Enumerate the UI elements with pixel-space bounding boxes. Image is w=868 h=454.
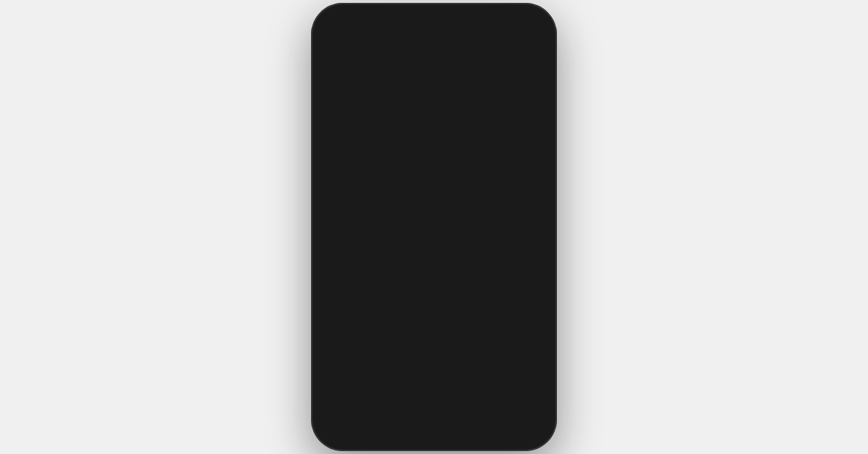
popup-subtitle: i Based on info from the business or our… (318, 190, 505, 203)
health-safety-popup: Health & safety measures i Based on info… (318, 155, 521, 304)
popup-item-masks: ! Staff might not wear masks According t… (398, 215, 505, 289)
popup-masks-name: Staff might not wear masks (421, 215, 505, 245)
popup-distancing-desc: According to most users (318, 262, 383, 288)
popup-grid: ✓ Social distancing enforced According t… (318, 215, 505, 289)
phone-screen: 10:23 ∿ ← Darwin's Diner ··· 🔖 ·· Amer (318, 10, 550, 444)
popup-title: Health & safety measures (318, 169, 505, 186)
popup-masks-header: ! Staff might not wear masks (398, 215, 505, 245)
popup-masks-warn-icon: ! (398, 216, 415, 234)
popup-item-distancing: ✓ Social distancing enforced According t… (318, 215, 383, 289)
phone-scene: 10:23 ∿ ← Darwin's Diner ··· 🔖 ·· Amer (311, 3, 557, 451)
popup-distancing-name: Social distancing enforced (318, 215, 383, 260)
popup-distancing-header: ✓ Social distancing enforced (318, 215, 383, 260)
popup-subtitle-text: Based on info from the business or our u… (318, 192, 481, 202)
popup-masks-desc: According to some users (421, 248, 505, 274)
